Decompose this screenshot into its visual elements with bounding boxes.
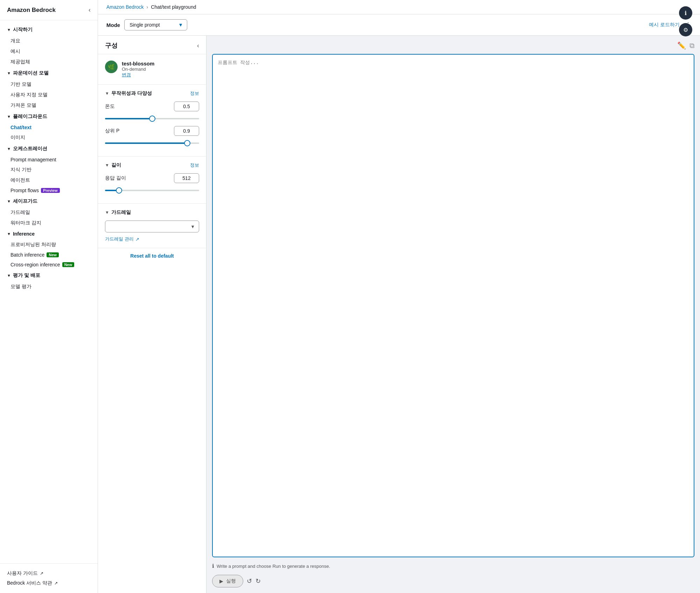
config-collapse-button[interactable]: ‹ bbox=[197, 42, 199, 49]
mode-select-wrapper: Single promptChat ▼ bbox=[124, 19, 187, 30]
nav-item-label: 예시 bbox=[10, 48, 20, 55]
nav-item[interactable]: 모델 평가 bbox=[0, 281, 98, 292]
nav-section-header[interactable]: ▼시작하기 bbox=[0, 24, 98, 36]
temperature-slider[interactable] bbox=[105, 118, 199, 119]
reset-defaults-button[interactable]: Reset all to default bbox=[98, 248, 206, 264]
nav-item-label: 가드레일 bbox=[10, 209, 30, 216]
nav-item-label: 워터마크 감지 bbox=[10, 220, 41, 226]
top-p-input[interactable] bbox=[174, 126, 199, 136]
nav-section-header[interactable]: ▼평가 및 배포 bbox=[0, 270, 98, 281]
nav-section-header[interactable]: ▼Inference bbox=[0, 228, 98, 239]
sidebar-footer: 사용자 가이드↗Bedrock 서비스 약관↗ bbox=[0, 563, 98, 593]
response-length-slider[interactable] bbox=[105, 190, 199, 191]
nav-item-label: 기반 모델 bbox=[10, 81, 31, 88]
model-details: test-blossom On-demand 변경 bbox=[122, 61, 154, 78]
nav-section-header[interactable]: ▼세이프가드 bbox=[0, 195, 98, 207]
nav-section-header[interactable]: ▼파운데이션 모델 bbox=[0, 67, 98, 79]
nav-item[interactable]: Cross-region inference New bbox=[0, 260, 98, 270]
nav-item-badge: Preview bbox=[41, 188, 60, 193]
nav-item[interactable]: 지식 기반 bbox=[0, 165, 98, 175]
info-circle-button[interactable]: ℹ bbox=[679, 6, 692, 20]
sidebar-collapse-button[interactable]: ‹ bbox=[89, 6, 91, 14]
guardrail-select[interactable] bbox=[105, 221, 199, 232]
copy-prompt-button[interactable]: ⧉ bbox=[690, 41, 694, 50]
response-length-label: 응답 길이 bbox=[105, 175, 126, 181]
model-icon: 🌿 bbox=[105, 61, 118, 73]
model-change-button[interactable]: 변경 bbox=[122, 72, 154, 78]
hint-icon: ℹ bbox=[212, 563, 214, 569]
temperature-input[interactable] bbox=[174, 102, 199, 111]
undo-button[interactable]: ↺ bbox=[247, 577, 252, 585]
app-title: Amazon Bedrock bbox=[7, 7, 56, 14]
load-example-button[interactable]: 예시 로드하기 bbox=[649, 22, 680, 28]
prompt-panel: ✏️ ⧉ ℹ Write a prompt and choose Run to … bbox=[206, 36, 700, 593]
mode-select[interactable]: Single promptChat bbox=[124, 19, 187, 30]
external-link-icon: ↗ bbox=[54, 581, 58, 586]
nav-section-arrow-icon: ▼ bbox=[7, 147, 11, 151]
model-type: On-demand bbox=[122, 67, 154, 72]
nav-section-header[interactable]: ▼플레이그라운드 bbox=[0, 111, 98, 123]
sidebar-footer-link[interactable]: 사용자 가이드↗ bbox=[7, 568, 91, 578]
nav-item[interactable]: 프로비저닝된 처리량 bbox=[0, 239, 98, 250]
sidebar-header: Amazon Bedrock ‹ bbox=[0, 0, 98, 20]
sidebar-footer-link[interactable]: Bedrock 서비스 약관↗ bbox=[7, 578, 91, 588]
nav-item-label: 제공업체 bbox=[10, 59, 30, 65]
nav-item[interactable]: 워터마크 감지 bbox=[0, 218, 98, 228]
nav-item[interactable]: 기반 모델 bbox=[0, 79, 98, 90]
nav-item[interactable]: 이미지 bbox=[0, 132, 98, 143]
top-right-icons: ℹ ⚙ bbox=[679, 6, 692, 36]
randomness-section-header: ▼ 무작위성과 다양성 정보 bbox=[105, 90, 199, 97]
run-button[interactable]: ▶ 실행 bbox=[212, 575, 243, 587]
content-area: 구성 ‹ 🌿 test-blossom On-demand 변경 ▼ 무작위성과… bbox=[98, 36, 700, 593]
breadcrumb-link[interactable]: Amazon Bedrock bbox=[106, 4, 144, 10]
response-length-input[interactable] bbox=[174, 173, 199, 183]
nav-section-label: 평가 및 배포 bbox=[13, 272, 40, 279]
length-arrow-icon: ▼ bbox=[105, 163, 109, 168]
nav-item[interactable]: 개요 bbox=[0, 36, 98, 46]
nav-item-label: Prompt management bbox=[10, 157, 56, 162]
config-title: 구성 bbox=[105, 41, 118, 50]
randomness-section: ▼ 무작위성과 다양성 정보 온도 상위 P bbox=[98, 85, 206, 156]
nav-item[interactable]: 가져온 모델 bbox=[0, 100, 98, 111]
nav-item[interactable]: Chat/text bbox=[0, 123, 98, 132]
breadcrumb-current: Chat/text playground bbox=[151, 4, 196, 10]
randomness-title-row: ▼ 무작위성과 다양성 bbox=[105, 90, 152, 97]
redo-button[interactable]: ↻ bbox=[255, 577, 261, 585]
nav-section-header[interactable]: ▼오케스트레이션 bbox=[0, 143, 98, 155]
nav-item-label: 이미지 bbox=[10, 134, 25, 141]
nav-item[interactable]: 가드레일 bbox=[0, 207, 98, 218]
nav-section-label: 오케스트레이션 bbox=[13, 146, 47, 152]
nav-section-label: 시작하기 bbox=[13, 27, 33, 33]
run-label: 실행 bbox=[226, 578, 236, 584]
length-info-button[interactable]: 정보 bbox=[190, 162, 199, 168]
settings-circle-button[interactable]: ⚙ bbox=[679, 23, 692, 36]
length-title: 길이 bbox=[111, 162, 121, 168]
randomness-title: 무작위성과 다양성 bbox=[111, 90, 152, 97]
nav-item-label: 지식 기반 bbox=[10, 167, 31, 173]
response-length-row: 응답 길이 bbox=[105, 173, 199, 183]
nav-item-label: 가져온 모델 bbox=[10, 102, 36, 109]
nav-item[interactable]: 에이전트 bbox=[0, 175, 98, 186]
guardrail-select-wrapper: ▼ bbox=[105, 221, 199, 232]
clear-prompt-button[interactable]: ✏️ bbox=[677, 41, 686, 50]
nav-item[interactable]: 사용자 지정 모델 bbox=[0, 90, 98, 100]
model-info: 🌿 test-blossom On-demand 변경 bbox=[98, 54, 206, 85]
guardrail-title: 가드레일 bbox=[111, 209, 131, 216]
nav-item[interactable]: Prompt management bbox=[0, 155, 98, 165]
sidebar: Amazon Bedrock ‹ ▼시작하기개요예시제공업체▼파운데이션 모델기… bbox=[0, 0, 98, 593]
nav-item[interactable]: Prompt flows Preview bbox=[0, 186, 98, 195]
temperature-row: 온도 bbox=[105, 102, 199, 111]
top-p-slider[interactable] bbox=[105, 142, 199, 144]
nav-section-arrow-icon: ▼ bbox=[7, 199, 11, 203]
prompt-textarea[interactable] bbox=[212, 54, 694, 557]
nav-item[interactable]: 제공업체 bbox=[0, 57, 98, 67]
nav-item[interactable]: 예시 bbox=[0, 46, 98, 57]
main-area: Amazon Bedrock › Chat/text playground Mo… bbox=[98, 0, 700, 593]
top-p-label: 상위 P bbox=[105, 128, 119, 134]
sidebar-nav: ▼시작하기개요예시제공업체▼파운데이션 모델기반 모델사용자 지정 모델가져온 … bbox=[0, 20, 98, 563]
model-name: test-blossom bbox=[122, 61, 154, 67]
nav-item[interactable]: Batch inference New bbox=[0, 250, 98, 260]
nav-section-label: Inference bbox=[13, 231, 35, 237]
guardrail-manage-link[interactable]: 가드레일 관리 ↗ bbox=[105, 236, 139, 242]
randomness-info-button[interactable]: 정보 bbox=[190, 90, 199, 97]
